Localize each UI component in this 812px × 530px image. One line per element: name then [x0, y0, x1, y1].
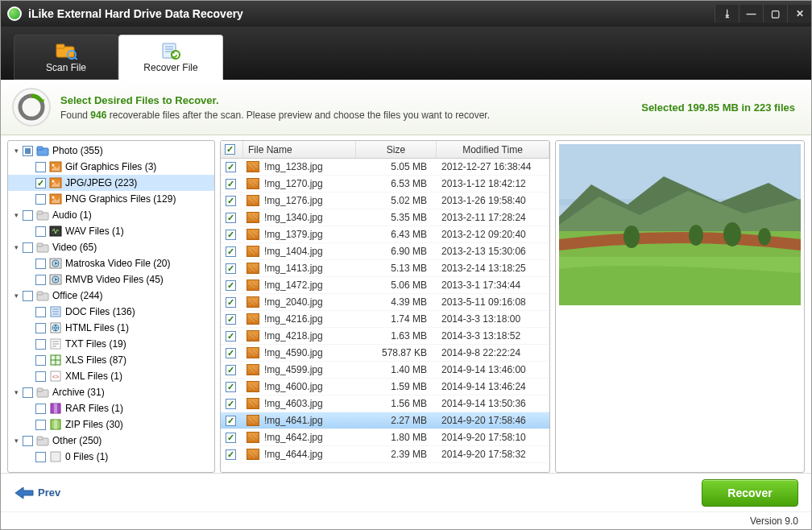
- twisty-icon[interactable]: ▾: [11, 242, 21, 252]
- node-checkbox[interactable]: [35, 259, 46, 269]
- tree-node[interactable]: JPG/JPEG (223): [8, 175, 214, 191]
- tree-node[interactable]: ▾Office (244): [8, 288, 214, 304]
- twisty-icon[interactable]: [24, 194, 34, 204]
- node-checkbox[interactable]: [35, 355, 46, 366]
- table-row[interactable]: !mg_4644.jpg2.39 MB2014-9-20 17:58:32: [221, 446, 549, 463]
- row-checkbox[interactable]: [226, 416, 236, 426]
- node-checkbox[interactable]: [23, 436, 33, 446]
- node-checkbox[interactable]: [23, 242, 33, 253]
- header-size[interactable]: Size: [356, 141, 437, 158]
- category-tree[interactable]: ▾Photo (355)Gif Graphics Files (3)JPG/JP…: [7, 140, 215, 473]
- tree-node[interactable]: ▾Photo (355): [8, 143, 214, 159]
- row-checkbox[interactable]: [226, 246, 236, 257]
- close-button[interactable]: ✕: [787, 5, 811, 23]
- node-checkbox[interactable]: [35, 307, 46, 317]
- table-row[interactable]: !mg_4642.jpg1.80 MB2014-9-20 17:58:10: [221, 429, 549, 446]
- row-checkbox[interactable]: [226, 348, 236, 358]
- twisty-icon[interactable]: ▾: [11, 436, 21, 445]
- node-checkbox[interactable]: [35, 371, 46, 382]
- twisty-icon[interactable]: ▾: [11, 210, 21, 220]
- row-checkbox[interactable]: [226, 365, 236, 375]
- table-row[interactable]: !mg_4603.jpg1.56 MB2014-9-14 13:50:36: [221, 395, 549, 412]
- table-row[interactable]: !mg_4600.jpg1.59 MB2014-9-14 13:46:24: [221, 379, 549, 395]
- table-row[interactable]: !mg_1276.jpg5.02 MB2013-1-26 19:58:40: [221, 193, 549, 209]
- header-checkbox-col[interactable]: [221, 141, 243, 158]
- row-checkbox[interactable]: [226, 382, 236, 392]
- header-name[interactable]: File Name: [243, 141, 356, 158]
- tree-node[interactable]: RAR Files (1): [8, 400, 214, 416]
- node-checkbox[interactable]: [35, 162, 46, 172]
- tree-node[interactable]: Gif Graphics Files (3): [8, 159, 214, 175]
- node-checkbox[interactable]: [35, 178, 46, 188]
- twisty-icon[interactable]: [24, 162, 34, 172]
- select-all-checkbox[interactable]: [225, 144, 235, 155]
- table-row[interactable]: !mg_4641.jpg2.27 MB2014-9-20 17:58:46: [221, 412, 549, 429]
- row-checkbox[interactable]: [226, 449, 236, 460]
- node-checkbox[interactable]: [23, 146, 33, 156]
- table-row[interactable]: !mg_4218.jpg1.63 MB2014-3-3 13:18:52: [221, 328, 549, 345]
- row-checkbox[interactable]: [226, 399, 236, 409]
- twisty-icon[interactable]: [24, 323, 34, 333]
- tree-node[interactable]: TXT Files (19): [8, 336, 214, 352]
- node-checkbox[interactable]: [35, 452, 46, 462]
- tree-node[interactable]: ▾Archive (31): [8, 384, 214, 400]
- node-checkbox[interactable]: [35, 420, 46, 430]
- table-row[interactable]: !mg_4599.jpg1.40 MB2014-9-14 13:46:00: [221, 362, 549, 379]
- minimize-button[interactable]: —: [739, 5, 763, 23]
- tree-node[interactable]: PNG Graphics Files (129): [8, 191, 214, 207]
- maximize-button[interactable]: ▢: [763, 5, 787, 23]
- table-row[interactable]: !mg_1270.jpg6.53 MB2013-1-12 18:42:12: [221, 176, 549, 193]
- table-row[interactable]: !mg_1340.jpg5.35 MB2013-2-11 17:28:24: [221, 209, 549, 226]
- table-row[interactable]: !mg_1379.jpg6.43 MB2013-2-12 09:20:40: [221, 226, 549, 243]
- tree-node[interactable]: XLS Files (87): [8, 352, 214, 368]
- twisty-icon[interactable]: [24, 178, 34, 188]
- tree-node[interactable]: Matroska Video File (20): [8, 255, 214, 271]
- twisty-icon[interactable]: [24, 226, 34, 236]
- twisty-icon[interactable]: [24, 339, 34, 349]
- tree-node[interactable]: ▾Audio (1): [8, 207, 214, 223]
- tree-node[interactable]: HTML Files (1): [8, 320, 214, 336]
- table-row[interactable]: !mg_1404.jpg6.90 MB2013-2-13 15:30:06: [221, 243, 549, 260]
- row-checkbox[interactable]: [226, 314, 236, 325]
- twisty-icon[interactable]: [24, 259, 34, 268]
- row-checkbox[interactable]: [226, 331, 236, 342]
- node-checkbox[interactable]: [35, 404, 46, 414]
- tree-node[interactable]: 0 Files (1): [8, 449, 214, 465]
- twisty-icon[interactable]: [24, 420, 34, 429]
- twisty-icon[interactable]: [24, 355, 34, 365]
- row-checkbox[interactable]: [226, 433, 236, 443]
- header-date[interactable]: Modified Time: [437, 141, 549, 158]
- file-list[interactable]: !mg_1238.jpg5.05 MB2012-12-27 16:38:44!m…: [221, 159, 549, 472]
- tab-scan-file[interactable]: Scan File: [14, 35, 118, 80]
- node-checkbox[interactable]: [23, 387, 33, 398]
- row-checkbox[interactable]: [226, 162, 236, 172]
- twisty-icon[interactable]: [24, 307, 34, 317]
- table-row[interactable]: !mg_1472.jpg5.06 MB2013-3-1 17:34:44: [221, 277, 549, 294]
- node-checkbox[interactable]: [23, 210, 33, 221]
- row-checkbox[interactable]: [226, 230, 236, 240]
- twisty-icon[interactable]: [24, 275, 34, 284]
- row-checkbox[interactable]: [226, 263, 236, 274]
- table-row[interactable]: !mg_4590.jpg578.87 KB2014-9-8 22:22:24: [221, 345, 549, 362]
- node-checkbox[interactable]: [35, 194, 46, 205]
- tree-node[interactable]: ▾Other (250): [8, 433, 214, 449]
- table-row[interactable]: !mg_1413.jpg5.13 MB2013-2-14 13:18:25: [221, 260, 549, 277]
- tab-recover-file[interactable]: Recover File: [118, 35, 223, 80]
- twisty-icon[interactable]: ▾: [11, 387, 21, 397]
- tree-node[interactable]: DOC Files (136): [8, 304, 214, 320]
- table-row[interactable]: !mg_2040.jpg4.39 MB2013-5-11 09:16:08: [221, 294, 549, 311]
- twisty-icon[interactable]: [24, 371, 34, 381]
- node-checkbox[interactable]: [23, 291, 33, 301]
- tree-node[interactable]: ▾Video (65): [8, 239, 214, 255]
- table-row[interactable]: !mg_1238.jpg5.05 MB2012-12-27 16:38:44: [221, 159, 549, 176]
- twisty-icon[interactable]: ▾: [11, 146, 21, 155]
- node-checkbox[interactable]: [35, 339, 46, 350]
- download-icon[interactable]: ⭳: [715, 5, 739, 23]
- node-checkbox[interactable]: [35, 323, 46, 333]
- tree-node[interactable]: <>XML Files (1): [8, 368, 214, 384]
- node-checkbox[interactable]: [35, 275, 46, 285]
- row-checkbox[interactable]: [226, 213, 236, 223]
- row-checkbox[interactable]: [226, 297, 236, 308]
- prev-button[interactable]: Prev: [14, 486, 60, 500]
- row-checkbox[interactable]: [226, 179, 236, 189]
